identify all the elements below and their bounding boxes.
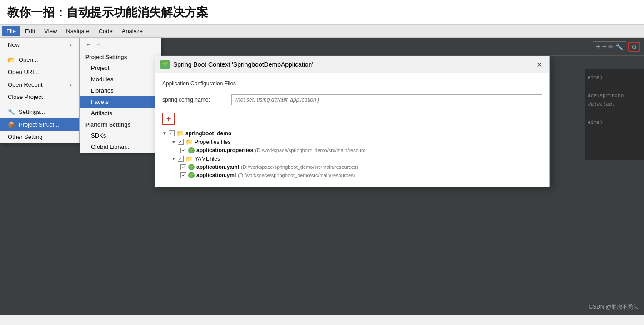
file-menu-open[interactable]: 📂 Open... [0,53,79,66]
menu-bar: File Edit View Navigate Code Analyze [0,24,644,38]
tree-row-app-yaml: 🌱 application.yaml (D:/workspace/springb… [162,163,542,171]
path-app-properties: (D:/workspace/springboot_demo/src/main/r… [255,148,365,153]
config-name-input[interactable] [231,94,542,105]
submenu-project[interactable]: Project [80,62,161,74]
label-properties: Properties files [195,139,230,145]
code-line-2 [588,82,641,91]
label-app-yml: application.yml [196,172,236,178]
file-menu-settings[interactable]: 🔧 Settings... [0,105,79,118]
submenu-libraries[interactable]: Libraries [80,85,161,96]
code-line-4: detected) [588,100,641,109]
menu-code[interactable]: Code [94,26,117,36]
close-project-label: Close Project [8,94,43,100]
code-line-6: eima) [588,118,641,127]
watermark: CSDN @胖虎不秃头 [589,303,639,311]
label-springboot-demo: springboot_demo [185,130,231,137]
code-line-5 [588,109,641,118]
checkbox-yaml[interactable] [178,156,184,162]
checkbox-springboot-demo[interactable] [169,130,175,136]
section-label: Application Configuration Files [162,80,542,89]
label-app-yaml: application.yaml [196,164,239,170]
config-file-tree: ▼ 📁 springboot_demo ▼ 📁 Properties files… [162,129,542,179]
open-url-label: Open URL... [8,69,40,75]
back-icon[interactable]: ← [85,41,92,48]
file-menu-separator-2 [0,104,79,104]
file-menu-open-url[interactable]: Open URL... [0,66,79,78]
project-struct-icon: 📦 [8,121,15,128]
menu-analyze[interactable]: Analyze [117,26,147,36]
menu-navigate[interactable]: Navigate [61,26,94,36]
file-menu-open-recent[interactable]: Open Recent [0,78,79,91]
tree-row-yaml: ▼ 📁 YAML files [162,154,542,163]
forward-icon[interactable]: → [95,41,102,48]
config-field-row: spring.config.name: [162,94,542,105]
project-settings-header: Project Settings [80,51,161,62]
label-yaml: YAML files [195,156,220,162]
submenu-sdks[interactable]: SDKs [80,130,161,141]
code-line-1: eima) [588,73,641,82]
spring-icon-app-properties: 🌱 [188,147,195,153]
file-menu-close-project[interactable]: Close Project [0,91,79,103]
config-plus-icon[interactable]: + [596,43,600,51]
open-folder-icon: 📂 [8,56,15,63]
page-title: 教你一招：自动提示功能消失解决方案 [0,0,644,24]
code-snippet: eima) ace\springbo detected) eima) [585,69,644,160]
config-edit-icon[interactable]: ✏ [608,43,614,50]
folder-icon-springboot-demo: 📁 [176,130,184,137]
dialog-body: Application Configuration Files spring.c… [155,73,549,187]
submenu-modules[interactable]: Modules [80,74,161,85]
tree-row-properties: ▼ 📁 Properties files [162,138,542,146]
open-recent-label: Open Recent [8,81,43,88]
folder-icon-properties: 📁 [185,138,193,145]
menu-file[interactable]: File [2,26,20,36]
new-label: New [8,41,20,48]
tree-row-app-yml: 🌱 application.yml (D:/workspace/springbo… [162,171,542,179]
file-menu-new[interactable]: New [0,38,79,51]
checkbox-app-yaml[interactable] [180,164,186,170]
tree-row-springboot-demo: ▼ 📁 springboot_demo [162,129,542,138]
settings-submenu: ← → Project Settings Project Modules Lib… [80,38,161,153]
menu-view[interactable]: View [40,26,61,36]
path-app-yaml: (D:/workspace/springboot_demo/src/main/r… [241,164,358,170]
settings-wrench-icon: 🔧 [8,108,15,115]
folder-icon-yaml: 📁 [185,155,193,162]
submenu-artifacts[interactable]: Artifacts [80,108,161,119]
spring-boot-dialog: 🌱 Spring Boot Context 'SpringbootDemoApp… [155,56,550,187]
arrow-springboot-demo[interactable]: ▼ [162,131,167,136]
project-struct-label: Project Struct... [19,121,59,128]
spring-icon-app-yaml: 🌱 [188,164,195,170]
menu-edit[interactable]: Edit [20,26,40,36]
file-menu-project-struct[interactable]: 📦 Project Struct... [0,118,79,131]
file-menu-dropdown: New 📂 Open... Open URL... Open Recent Cl… [0,38,80,143]
code-line-3: ace\springbo [588,91,641,100]
dialog-title-content: 🌱 Spring Boot Context 'SpringbootDemoApp… [160,60,313,69]
platform-settings-header: Platform Settings [80,119,161,130]
config-minus-icon[interactable]: − [602,43,606,51]
config-wrench-icon[interactable]: 🔧 [615,43,623,50]
arrow-properties[interactable]: ▼ [171,139,176,144]
checkbox-properties[interactable] [178,139,184,145]
arrow-yaml[interactable]: ▼ [171,156,176,161]
submenu-facets[interactable]: Facets [80,96,161,108]
label-app-properties: application.properties [196,147,253,153]
file-menu-separator-1 [0,52,79,52]
checkbox-app-properties[interactable] [180,148,186,153]
dialog-title-text: Spring Boot Context 'SpringbootDemoAppli… [173,61,313,68]
path-app-yml: (D:/workspace/springboot_demo/src/main/r… [238,172,355,178]
submenu-global-libraries[interactable]: Global Librari... [80,141,161,153]
field-label: spring.config.name: [162,97,226,103]
settings-label: Settings... [19,108,45,115]
dialog-titlebar: 🌱 Spring Boot Context 'SpringbootDemoApp… [155,56,549,73]
file-menu-other-setting[interactable]: Other Setting [0,131,79,143]
other-setting-label: Other Setting [8,133,43,140]
open-label: Open... [19,56,38,63]
spring-boot-icon: 🌱 [160,60,170,69]
dialog-close-button[interactable]: ✕ [534,60,544,69]
spring-icon-app-yml: 🌱 [188,172,195,178]
add-config-button[interactable]: + [162,113,175,125]
config-settings-btn[interactable]: ⚙ [628,42,640,52]
tree-row-app-properties: 🌱 application.properties (D:/workspace/s… [162,146,542,154]
checkbox-app-yml[interactable] [180,172,186,178]
